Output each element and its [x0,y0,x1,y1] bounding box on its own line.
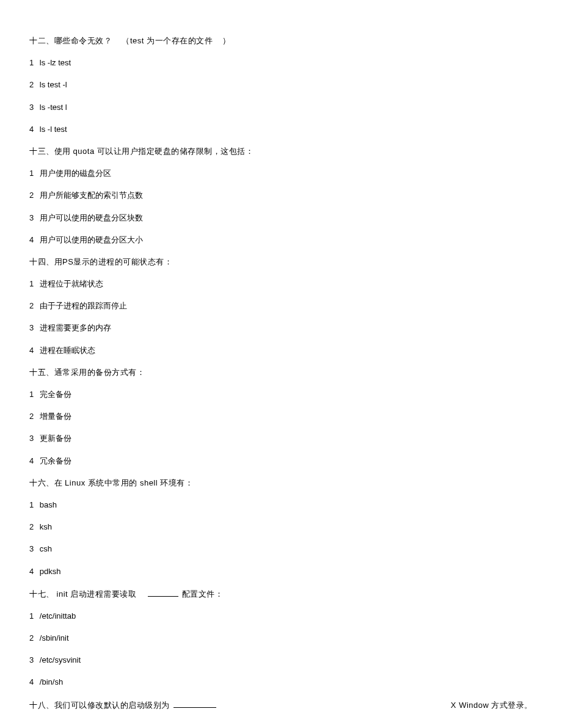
title-before: 十七、 init 启动进程需要读取 [29,589,136,599]
option-number: 2 [29,79,34,90]
option-number: 3 [29,655,34,666]
fill-blank[interactable] [173,699,216,708]
option-text: ls test -l [40,80,67,89]
title-part-1: 十二、哪些命令无效？ [29,36,112,45]
option-text: 用户使用的磁盘分区 [40,169,111,178]
option-text: 完全备份 [40,390,71,399]
option-number: 1 [29,278,34,289]
option-2: 2 ksh [29,522,533,533]
option-2: 2 用户所能够支配的索引节点数 [29,190,533,201]
option-text: /etc/inittab [40,611,76,621]
option-text: 冗余备份 [40,456,71,465]
option-text: 用户所能够支配的索引节点数 [40,191,143,200]
question-title: 十八、我们可以修改默认的启动级别为 X Window 方式登录。 [29,699,533,711]
question-title: 十七、 init 启动进程需要读取 配置文件： [29,588,533,600]
option-text: 用户可以使用的硬盘分区块数 [40,213,143,222]
title-after: X Window 方式登录。 [451,700,533,711]
option-number: 2 [29,190,34,201]
question-14: 十四、用PS显示的进程的可能状态有： 1 进程位于就绪状态 2 由于子进程的跟踪… [29,257,533,356]
option-number: 2 [29,522,34,533]
option-text: /etc/sysvinit [40,655,81,664]
option-number: 4 [29,235,34,246]
title-part-3: ） [222,36,231,45]
option-4: 4 进程在睡眠状态 [29,345,533,356]
option-text: 用户可以使用的硬盘分区大小 [40,235,143,244]
option-3: 3 进程需要更多的内存 [29,322,533,333]
question-17: 十七、 init 启动进程需要读取 配置文件： 1 /etc/inittab 2… [29,588,533,688]
option-number: 1 [29,168,34,179]
question-title: 十三、使用 quota 可以让用户指定硬盘的储存限制，这包括： [29,146,533,157]
option-3: 3 csh [29,544,533,555]
option-number: 2 [29,300,34,311]
option-3: 3 /etc/sysvinit [29,655,533,666]
option-text: /sbin/init [40,633,69,642]
question-16: 十六、在 Linux 系统中常用的 shell 环境有： 1 bash 2 ks… [29,478,533,577]
option-3: 3 用户可以使用的硬盘分区块数 [29,213,533,224]
option-text: 增量备份 [40,412,71,421]
option-number: 4 [29,124,34,135]
option-1: 1 bash [29,500,533,511]
option-text: ls -test l [40,103,67,112]
question-15: 十五、通常采用的备份方式有： 1 完全备份 2 增量备份 3 更新备份 4 冗余… [29,367,533,467]
option-text: 进程需要更多的内存 [40,323,111,332]
option-number: 3 [29,544,34,555]
option-1: 1 用户使用的磁盘分区 [29,168,533,179]
question-13: 十三、使用 quota 可以让用户指定硬盘的储存限制，这包括： 1 用户使用的磁… [29,146,533,246]
question-18: 十八、我们可以修改默认的启动级别为 X Window 方式登录。 [29,699,533,711]
option-text: /bin/sh [40,677,63,686]
question-title: 十四、用PS显示的进程的可能状态有： [29,257,533,268]
option-number: 3 [29,213,34,224]
option-number: 1 [29,500,34,511]
option-2: 2 由于子进程的跟踪而停止 [29,300,533,311]
option-number: 4 [29,677,34,688]
fill-blank[interactable] [148,588,178,597]
option-number: 1 [29,57,34,68]
option-3: 3 ls -test l [29,102,533,113]
option-4: 4 冗余备份 [29,456,533,467]
option-text: bash [40,500,57,509]
option-4: 4 用户可以使用的硬盘分区大小 [29,235,533,246]
question-title: 十五、通常采用的备份方式有： [29,367,533,378]
title-part-2: （test 为一个存在的文件 [122,36,213,45]
option-number: 2 [29,633,34,644]
option-number: 3 [29,102,34,113]
option-1: 1 ls -lz test [29,57,533,68]
question-title: 十二、哪些命令无效？ （test 为一个存在的文件 ） [29,35,533,46]
option-2: 2 ls test -l [29,79,533,90]
option-text: 由于子进程的跟踪而停止 [40,301,127,310]
option-text: 更新备份 [40,434,71,443]
option-4: 4 /bin/sh [29,677,533,688]
option-1: 1 进程位于就绪状态 [29,278,533,289]
option-number: 4 [29,456,34,467]
option-number: 2 [29,411,34,422]
option-1: 1 完全备份 [29,389,533,400]
option-number: 4 [29,566,34,577]
option-1: 1 /etc/inittab [29,611,533,622]
option-number: 1 [29,389,34,400]
title-after: 配置文件： [182,589,224,599]
option-text: 进程位于就绪状态 [40,279,103,288]
question-title: 十六、在 Linux 系统中常用的 shell 环境有： [29,478,533,489]
option-number: 4 [29,345,34,356]
option-number: 3 [29,322,34,333]
option-4: 4 ls -l test [29,124,533,135]
option-text: 进程在睡眠状态 [40,346,95,355]
question-12: 十二、哪些命令无效？ （test 为一个存在的文件 ） 1 ls -lz tes… [29,35,533,135]
option-text: ls -lz test [40,58,71,67]
option-number: 3 [29,433,34,444]
option-number: 1 [29,611,34,622]
option-text: ls -l test [40,125,67,134]
option-text: csh [40,544,52,553]
option-text: ksh [40,522,52,531]
option-text: pdksh [40,567,61,576]
option-2: 2 增量备份 [29,411,533,422]
option-3: 3 更新备份 [29,433,533,444]
option-2: 2 /sbin/init [29,633,533,644]
option-4: 4 pdksh [29,566,533,577]
title-before: 十八、我们可以修改默认的启动级别为 [29,700,170,711]
